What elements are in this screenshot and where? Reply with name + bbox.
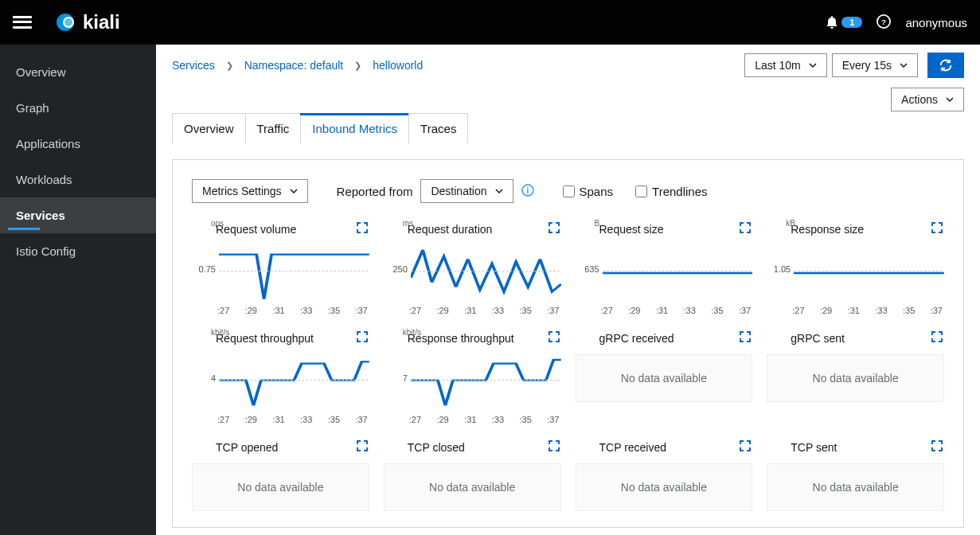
x-tick-label: :35 [328,415,340,424]
breadcrumb-services[interactable]: Services [172,59,215,72]
expand-icon [357,222,368,233]
y-axis-unit: ops [211,219,224,228]
expand-button[interactable] [930,221,944,237]
notifications-button[interactable]: 1 [826,16,862,29]
trendlines-label: Trendlines [652,185,707,198]
expand-icon [549,440,560,451]
user-menu[interactable]: anonymous [905,16,967,29]
chart-title: TCP sent [767,441,837,454]
chart-svg [219,245,369,301]
expand-icon [931,222,943,233]
expand-button[interactable] [355,439,369,455]
breadcrumb-namespace[interactable]: Namespace: default [244,59,344,72]
breadcrumb-service[interactable]: helloworld [373,59,423,72]
caret-down-icon [946,96,954,103]
y-gridline [219,380,368,381]
chart-svg [411,245,561,301]
y-gridline [219,271,368,271]
y-tick-label: 250 [384,264,408,274]
trendlines-checkbox[interactable]: Trendlines [635,185,707,198]
refresh-interval-select[interactable]: Every 15s [832,53,918,77]
y-axis-unit: kbit/s [211,328,229,337]
y-gridline [603,271,752,271]
chart-title: Request throughput [192,332,314,345]
x-axis: :27:29:31:33:35:37 [192,415,369,424]
spans-checkbox[interactable]: Spans [563,185,614,198]
chart-title: TCP closed [384,441,465,454]
x-tick-label: :33 [300,415,312,424]
chart-title: Request duration [384,223,493,236]
chart-body: 250 [384,239,561,304]
chart-tcp-opened: TCP openedNo data available [192,439,369,511]
reported-from-label: Reported from [337,185,413,198]
tab-traffic[interactable]: Traffic [245,113,302,143]
x-axis: :27:29:31:33:35:37 [192,306,369,315]
y-gridline [411,271,560,271]
sidebar-item-services[interactable]: Services [0,197,156,233]
x-tick-label: :37 [739,306,751,315]
sidebar-item-graph[interactable]: Graph [0,90,156,126]
sidebar-item-istio-config[interactable]: Istio Config [0,233,156,269]
refresh-icon [939,58,953,72]
expand-button[interactable] [355,221,369,237]
chart-tcp-sent: TCP sentNo data available [767,439,944,511]
expand-button[interactable] [355,330,369,346]
x-tick-label: :27 [601,306,613,315]
refresh-button[interactable] [927,53,964,78]
expand-button[interactable] [738,221,752,237]
app-header: kiali 1 ? anonymous [0,0,980,45]
tab-overview[interactable]: Overview [172,113,246,143]
tab-inbound-metrics[interactable]: Inbound Metrics [300,113,409,143]
sidebar-item-overview[interactable]: Overview [0,54,156,90]
tab-traces[interactable]: Traces [408,113,468,143]
caret-down-icon [495,187,503,195]
info-icon[interactable]: i [521,184,534,199]
x-tick-label: :33 [684,306,696,315]
actions-menu[interactable]: Actions [891,88,964,111]
x-axis: :27:29:31:33:35:37 [576,306,753,315]
metrics-settings-select[interactable]: Metrics Settings [192,179,308,203]
help-button[interactable]: ? [877,14,891,31]
x-tick-label: :31 [464,415,476,424]
expand-button[interactable] [738,330,752,346]
sidebar-item-applications[interactable]: Applications [0,126,156,162]
x-axis: :27:29:31:33:35:37 [384,415,561,424]
x-tick-label: :29 [436,306,448,315]
expand-icon [931,440,943,451]
chart-title: TCP received [576,441,667,454]
chart-title: Request volume [192,223,296,236]
expand-button[interactable] [930,439,944,455]
expand-button[interactable] [738,439,752,455]
content-area: Services ❯ Namespace: default ❯ hellowor… [156,45,980,535]
brand-logo[interactable]: kiali [54,11,120,33]
y-axis-unit: B [595,219,600,228]
time-range-select[interactable]: Last 10m [744,53,827,77]
hamburger-menu[interactable] [13,13,32,32]
chart-body: 1.05 [767,239,944,304]
spans-checkbox-input[interactable] [563,185,575,197]
sidebar: OverviewGraphApplicationsWorkloadsServic… [0,45,156,535]
expand-button[interactable] [547,330,561,346]
chart-grpc-sent: gRPC sentNo data available [767,330,944,424]
chart-body: 0.75 [192,239,369,304]
x-tick-label: :29 [245,306,257,315]
y-tick-label: 7 [384,373,408,383]
expand-button[interactable] [547,221,561,237]
refresh-interval-label: Every 15s [842,59,892,72]
chart-grpc-received: gRPC receivedNo data available [576,330,753,424]
expand-button[interactable] [930,330,944,346]
x-tick-label: :33 [875,306,887,315]
reported-from-select[interactable]: Destination [420,179,513,203]
svg-point-2 [64,18,72,26]
y-tick-label: 1.05 [767,264,791,274]
no-data-message: No data available [192,463,369,511]
x-axis: :27:29:31:33:35:37 [384,306,561,315]
x-tick-label: :35 [903,306,915,315]
trendlines-checkbox-input[interactable] [635,185,647,197]
x-tick-label: :29 [245,415,257,424]
brand-text: kiali [83,11,120,33]
chart-title: Response size [767,223,864,236]
expand-button[interactable] [547,439,561,455]
x-tick-label: :29 [628,306,640,315]
sidebar-item-workloads[interactable]: Workloads [0,162,156,197]
